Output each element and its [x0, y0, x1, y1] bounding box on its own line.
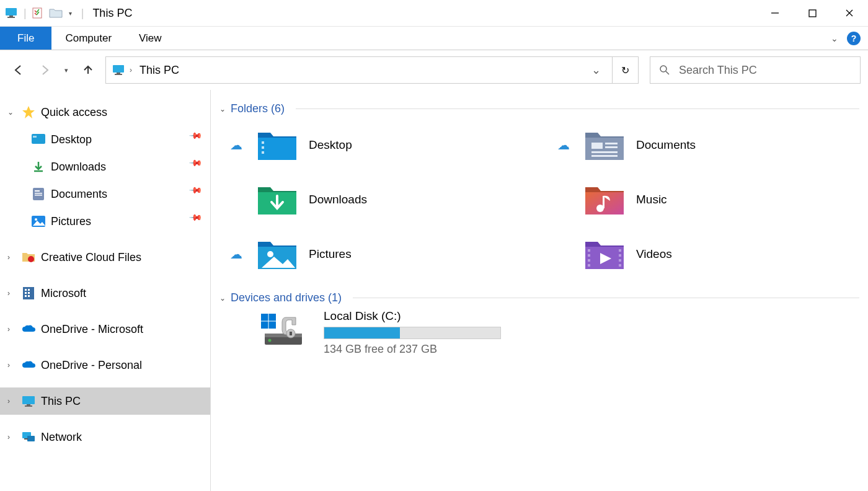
chevron-down-icon[interactable]: ⌄ [7, 108, 16, 117]
folder-label: Documents [636, 138, 696, 152]
svg-rect-18 [35, 193, 42, 194]
separator: | [21, 7, 29, 20]
onedrive-icon [21, 358, 36, 372]
navigation-pane: ⌄ Quick access Desktop 📌 Downloads 📌 Doc… [0, 90, 211, 491]
svg-rect-51 [619, 249, 621, 252]
svg-rect-48 [588, 254, 590, 257]
forward-button[interactable] [38, 64, 51, 76]
chevron-right-icon[interactable]: › [125, 66, 140, 74]
tree-item-documents[interactable]: Documents 📌 [0, 180, 210, 208]
up-button[interactable] [82, 64, 94, 76]
address-dropdown-icon[interactable]: ⌄ [587, 63, 606, 77]
window-title: This PC [86, 7, 132, 20]
tree-item-microsoft[interactable]: › Microsoft [0, 280, 210, 307]
chevron-right-icon[interactable]: › [7, 289, 16, 298]
svg-rect-39 [591, 143, 603, 149]
tree-item-pictures[interactable]: Pictures 📌 [0, 208, 210, 235]
desktop-icon [31, 133, 46, 146]
tree-item-downloads[interactable]: Downloads 📌 [0, 153, 210, 180]
pin-icon: 📌 [188, 156, 210, 178]
maximize-button[interactable] [794, 0, 831, 27]
folder-item-documents[interactable]: ☁ Documents [551, 119, 859, 171]
svg-rect-43 [605, 146, 618, 148]
chevron-right-icon[interactable]: › [7, 397, 16, 405]
svg-rect-13 [32, 134, 45, 144]
qat-dropdown-icon[interactable]: ▾ [63, 5, 79, 21]
tree-label: Microsoft [41, 287, 86, 300]
svg-rect-1 [9, 15, 13, 17]
chevron-right-icon[interactable]: › [7, 325, 16, 334]
chevron-right-icon[interactable]: › [7, 433, 16, 441]
chevron-down-icon[interactable]: ⌄ [219, 105, 226, 113]
minimize-button[interactable] [756, 0, 794, 27]
cloud-icon: ☁ [227, 138, 246, 153]
breadcrumb-location[interactable]: This PC [140, 64, 179, 77]
chevron-down-icon[interactable]: ⌄ [219, 294, 226, 303]
svg-rect-62 [269, 322, 276, 329]
drive-item-c[interactable]: Local Disk (C:) 134 GB free of 237 GB [223, 309, 859, 356]
svg-point-21 [35, 218, 37, 221]
content-pane: ⌄ Folders (6) ☁ Desktop ☁ Documents [211, 90, 868, 491]
svg-rect-25 [28, 289, 30, 291]
svg-rect-36 [262, 141, 264, 144]
svg-rect-28 [25, 295, 27, 297]
svg-rect-29 [28, 295, 30, 297]
downloads-folder-icon [255, 183, 299, 216]
svg-rect-3 [33, 8, 42, 18]
folder-label: Videos [636, 247, 672, 261]
pin-icon: 📌 [188, 210, 210, 232]
search-input[interactable]: Search This PC [650, 56, 861, 84]
documents-icon [31, 187, 46, 201]
onedrive-icon [21, 322, 36, 336]
svg-rect-54 [619, 264, 621, 267]
folder-item-pictures[interactable]: ☁ Pictures [223, 228, 532, 280]
svg-rect-35 [24, 438, 28, 440]
svg-rect-40 [591, 151, 618, 153]
svg-rect-10 [115, 74, 122, 75]
tree-item-desktop[interactable]: Desktop 📌 [0, 126, 210, 153]
tree-label: This PC [41, 395, 81, 408]
chevron-right-icon[interactable]: › [7, 253, 16, 262]
folder-item-videos[interactable]: Videos [551, 228, 859, 280]
ribbon-tab-view[interactable]: View [125, 27, 175, 50]
svg-rect-30 [22, 396, 35, 404]
tree-quick-access[interactable]: ⌄ Quick access [0, 99, 210, 126]
tree-item-this-pc[interactable]: › This PC [0, 387, 210, 415]
ribbon-tab-computer[interactable]: Computer [51, 27, 125, 50]
ribbon-tab-file[interactable]: File [0, 27, 51, 50]
chevron-right-icon[interactable]: › [7, 361, 16, 369]
tree-item-network[interactable]: › Network [0, 423, 210, 451]
tree-item-onedrive-ms[interactable]: › OneDrive - Microsoft [0, 316, 210, 343]
ribbon-collapse-icon[interactable]: ⌄ [831, 33, 838, 43]
address-bar[interactable]: › This PC ⌄ [105, 56, 613, 84]
qat-folder-icon[interactable] [48, 5, 64, 21]
videos-folder-icon [583, 237, 626, 271]
star-icon [21, 105, 36, 119]
svg-rect-19 [35, 195, 42, 196]
group-header-drives[interactable]: ⌄ Devices and drives (1) [219, 291, 859, 304]
drive-name: Local Disk (C:) [324, 309, 501, 323]
tree-item-creative-cloud[interactable]: › Creative Cloud Files [0, 244, 210, 271]
svg-rect-24 [25, 289, 27, 291]
pictures-folder-icon [255, 237, 299, 271]
recent-locations-dropdown[interactable]: ▾ [64, 66, 68, 74]
help-button[interactable]: ? [847, 32, 861, 45]
back-button[interactable] [12, 64, 25, 76]
separator: | [79, 7, 87, 20]
svg-point-57 [268, 339, 272, 342]
group-header-folders[interactable]: ⌄ Folders (6) [219, 102, 859, 115]
drive-usage-fill [324, 327, 400, 338]
refresh-button[interactable]: ↻ [613, 56, 639, 84]
folder-item-desktop[interactable]: ☁ Desktop [223, 119, 532, 171]
close-button[interactable] [831, 0, 868, 27]
building-icon [21, 286, 36, 300]
group-title: Devices and drives (1) [231, 291, 342, 304]
folder-item-music[interactable]: Music [551, 174, 859, 226]
svg-rect-42 [605, 143, 618, 144]
svg-rect-14 [33, 136, 37, 138]
qat-properties-icon[interactable] [29, 5, 45, 21]
svg-rect-59 [261, 314, 268, 321]
folder-item-downloads[interactable]: Downloads [223, 174, 532, 226]
tree-item-onedrive-personal[interactable]: › OneDrive - Personal [0, 352, 210, 379]
tree-label: Downloads [51, 161, 106, 174]
